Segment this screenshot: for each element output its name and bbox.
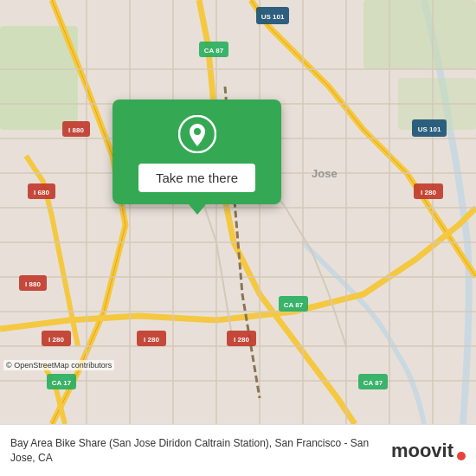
svg-text:I 280: I 280	[48, 336, 64, 344]
map-container: US 101 CA 87 I 880 US 101 I 680 I 280 I …	[0, 0, 476, 424]
popup-card[interactable]: Take me there	[113, 100, 281, 204]
svg-text:I 280: I 280	[421, 189, 436, 196]
svg-text:CA 87: CA 87	[363, 379, 383, 387]
svg-text:CA 87: CA 87	[204, 47, 224, 55]
take-me-there-button[interactable]: Take me there	[138, 164, 255, 192]
moovit-dot-icon	[457, 452, 466, 460]
svg-text:CA 17: CA 17	[52, 379, 72, 387]
location-pin-icon	[178, 115, 216, 153]
moovit-text: moovit	[391, 440, 453, 462]
svg-point-51	[194, 128, 201, 135]
svg-text:I 280: I 280	[234, 336, 249, 344]
svg-text:CA 87: CA 87	[284, 301, 304, 309]
svg-text:I 680: I 680	[34, 189, 49, 196]
location-description: Bay Area Bike Share (San Jose Diridon Ca…	[10, 436, 391, 466]
svg-rect-2	[363, 0, 476, 69]
svg-text:I 880: I 880	[25, 280, 41, 288]
svg-text:US 101: US 101	[418, 125, 441, 133]
moovit-logo: moovit	[391, 440, 466, 462]
svg-text:I 880: I 880	[68, 126, 84, 134]
svg-text:US 101: US 101	[261, 13, 285, 21]
svg-text:I 280: I 280	[144, 336, 159, 344]
svg-text:Jose: Jose	[312, 167, 338, 180]
bottom-bar: Bay Area Bike Share (San Jose Diridon Ca…	[0, 424, 476, 476]
osm-credit: © OpenStreetMap contributors	[3, 360, 114, 370]
